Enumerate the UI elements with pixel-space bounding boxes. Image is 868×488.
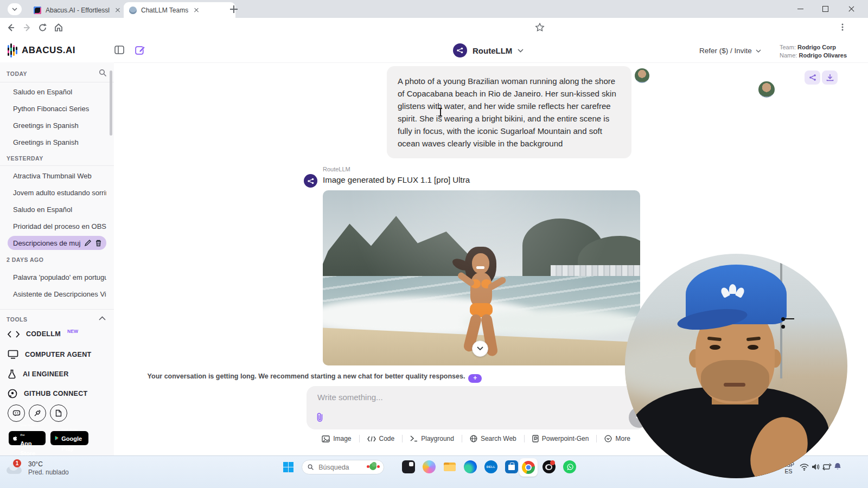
window-minimize-button[interactable] <box>788 0 813 18</box>
sidebar-item[interactable]: Saludo en Español <box>8 85 106 99</box>
forward-icon[interactable] <box>22 22 33 33</box>
message-input-box[interactable] <box>307 386 646 429</box>
scroll-to-bottom-button[interactable] <box>472 341 488 357</box>
chat-title: Jovem adulto estudando sorrind <box>13 189 106 197</box>
close-tab-icon[interactable] <box>114 7 122 14</box>
chrome-icon[interactable] <box>522 461 535 474</box>
dell-icon[interactable]: DELL <box>484 460 497 473</box>
browser-toolbar: ◉ ◍ f? ∓ M↓ [w] 文 ✿ ❋ P ✚ ◫ <box>0 18 868 38</box>
chat-title: Greetings in Spanish <box>13 121 79 130</box>
whatsapp-icon[interactable] <box>563 460 576 473</box>
home-icon[interactable] <box>53 22 64 33</box>
sidebar-item[interactable]: Atractiva Thumbnail Web <box>8 169 106 183</box>
sidebar-item[interactable]: Prioridad del proceso en OBS <box>8 219 106 233</box>
refer-invite-button[interactable]: Refer ($) / Invite <box>699 47 761 55</box>
copilot-icon[interactable] <box>423 460 436 473</box>
tool-computer-agent[interactable]: COMPUTER AGENT <box>8 350 92 359</box>
new-chat-compose-icon[interactable] <box>135 44 146 56</box>
sidebar-item[interactable]: Asistente de Descripciones Vide <box>8 287 106 301</box>
download-button[interactable] <box>822 70 838 85</box>
sidebar-item[interactable]: Palavra 'populado' em português <box>8 270 106 284</box>
sidebar-toggle-icon[interactable] <box>114 44 126 56</box>
message-user-avatar <box>635 68 649 83</box>
window-maximize-button[interactable] <box>813 0 838 18</box>
sidebar-item[interactable]: Greetings in Spanish <box>8 118 106 132</box>
toolbar-powerpoint-gen-button[interactable]: Powerpoint-Gen <box>532 435 589 442</box>
toolbar-more-button[interactable]: More <box>604 435 630 442</box>
screen: Abacus.AI - Effortlessly Embed ChatLLM T… <box>0 0 868 488</box>
taskbar-search-input[interactable] <box>317 463 363 472</box>
document-tool-icon[interactable] <box>50 404 67 422</box>
browser-menu-icon[interactable] <box>838 22 848 33</box>
rename-icon[interactable] <box>84 239 92 247</box>
image-icon <box>322 435 330 442</box>
sidebar-item[interactable]: Saludo en Español <box>8 202 106 216</box>
person-beard-shadow <box>701 360 769 401</box>
model-selector[interactable]: RouteLLM <box>453 43 524 57</box>
tab-chatllm[interactable]: ChatLLM Teams <box>124 2 235 18</box>
sidebar-item-selected[interactable]: Descripciones de muj... <box>8 236 106 250</box>
tab-abacus[interactable]: Abacus.AI - Effortlessly Embed <box>28 2 130 18</box>
sidebar-item[interactable]: Greetings in Spanish <box>8 135 106 149</box>
notification-bell-icon[interactable] <box>834 463 841 471</box>
new-tab-button[interactable] <box>229 4 239 14</box>
taskbar-search[interactable] <box>302 460 384 474</box>
toolbar-label: Image <box>333 435 351 442</box>
new-chat-plus-button[interactable]: + <box>468 374 482 383</box>
search-icon[interactable] <box>99 69 107 77</box>
new-badge: NEW <box>67 329 78 334</box>
widgets-app-icon[interactable] <box>402 460 415 473</box>
app-header: ABACUS.AI RouteLLM Refer ($) / Invite Te… <box>0 38 868 63</box>
chat-title: Saludo en Español <box>13 206 72 214</box>
microsoft-store-icon[interactable] <box>505 460 518 473</box>
weather-widget[interactable]: 1 30°C Pred. nublado <box>5 460 69 477</box>
app-store-badge[interactable]: Download on theApp Store <box>9 431 46 445</box>
user-message-bubble: A photo of a young Brazilian woman runni… <box>387 66 631 158</box>
toolbar-search-web-button[interactable]: Search Web <box>470 435 516 442</box>
section-label-today: TODAY <box>7 70 27 77</box>
file-explorer-icon[interactable] <box>443 460 456 473</box>
close-tab-icon[interactable] <box>193 7 200 14</box>
share-icon <box>809 74 816 81</box>
sync-device-icon[interactable] <box>822 463 832 471</box>
tab-search-chevron-icon[interactable] <box>8 3 22 15</box>
generated-image[interactable] <box>323 190 640 365</box>
toolbar-label: More <box>615 435 630 442</box>
attach-file-icon[interactable] <box>316 412 324 422</box>
team-value: Rodrigo Corp <box>797 44 836 50</box>
toolbar-playground-button[interactable]: Playground <box>410 435 454 442</box>
reload-icon[interactable] <box>37 22 48 33</box>
bookmark-star-icon[interactable] <box>535 22 546 33</box>
app-logo[interactable]: ABACUS.AI <box>22 45 75 56</box>
chatllm-favicon-icon <box>129 7 137 14</box>
tool-github-connect[interactable]: GITHUB CONNECT <box>8 389 87 399</box>
sidebar-item[interactable]: Jovem adulto estudando sorrind <box>8 185 106 200</box>
toolbar-image-button[interactable]: Image <box>322 435 351 442</box>
person-eye <box>748 345 758 350</box>
assistant-message-title: Image generated by FLUX 1.1 [pro] Ultra <box>323 175 470 184</box>
team-info: Team: Rodrigo Corp Name: Rodrigo Olivare… <box>780 43 847 60</box>
routellm-icon <box>453 43 467 57</box>
notification-badge: 1 <box>13 459 21 467</box>
weather-temp: 30°C <box>28 460 69 468</box>
delete-icon[interactable] <box>95 239 102 247</box>
edge-icon[interactable] <box>464 460 477 473</box>
sidebar-item[interactable]: Python Fibonacci Series <box>8 101 106 115</box>
toolbar-code-button[interactable]: Code <box>367 435 395 442</box>
volume-icon[interactable] <box>812 463 820 471</box>
google-play-badge[interactable]: GET IT ONGoogle Play <box>50 431 88 445</box>
abacus-favicon-icon <box>34 7 41 14</box>
weather-cloud-icon: 1 <box>5 461 24 476</box>
share-button[interactable] <box>805 70 820 85</box>
window-close-button[interactable] <box>839 0 864 18</box>
user-avatar[interactable] <box>758 81 775 98</box>
obs-icon[interactable] <box>542 460 556 473</box>
wifi-icon[interactable] <box>800 464 809 471</box>
sidebar-scrollbar[interactable] <box>110 70 112 136</box>
back-icon[interactable] <box>5 22 16 33</box>
collapse-tools-icon[interactable] <box>99 316 106 320</box>
message-input[interactable] <box>316 392 622 402</box>
code-icon <box>8 331 20 338</box>
start-button[interactable] <box>283 462 293 472</box>
tool-codellm[interactable]: CODELLM NEW <box>8 330 78 338</box>
